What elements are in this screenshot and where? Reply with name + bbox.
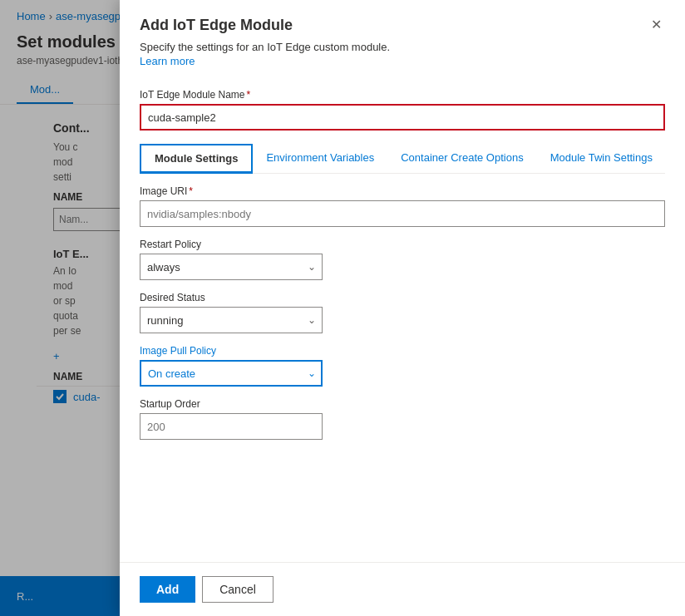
- modal-title: Add IoT Edge Module: [140, 17, 293, 34]
- tab-module-settings[interactable]: Module Settings: [140, 144, 253, 174]
- image-pull-policy-select-wrapper: On create Never ⌄: [140, 360, 323, 387]
- modal-close-button[interactable]: ✕: [648, 17, 665, 33]
- desired-status-label: Desired Status: [140, 292, 665, 303]
- modal-learn-more-link[interactable]: Learn more: [120, 53, 685, 77]
- module-name-input-wrapper: [140, 104, 665, 131]
- image-uri-label: Image URI*: [140, 185, 665, 197]
- restart-policy-select[interactable]: always never on-failed on-unhealthy: [140, 254, 323, 280]
- add-iot-module-modal: Add IoT Edge Module ✕ Specify the settin…: [120, 0, 685, 616]
- modal-header: Add IoT Edge Module ✕: [120, 0, 685, 34]
- modal-body: IoT Edge Module Name* Module Settings En…: [120, 77, 685, 562]
- tab-module-twin[interactable]: Module Twin Settings: [537, 145, 666, 173]
- tab-env-variables[interactable]: Environment Variables: [253, 145, 387, 173]
- settings-tabs: Module Settings Environment Variables Co…: [140, 144, 665, 174]
- image-pull-policy-label: Image Pull Policy: [140, 345, 665, 357]
- modal-footer: Add Cancel: [120, 562, 685, 616]
- startup-order-label: Startup Order: [140, 398, 665, 410]
- tab-container-create[interactable]: Container Create Options: [387, 145, 536, 173]
- restart-policy-label: Restart Policy: [140, 239, 665, 250]
- module-name-input[interactable]: [140, 104, 665, 131]
- add-button[interactable]: Add: [140, 576, 195, 603]
- restart-policy-select-wrapper: always never on-failed on-unhealthy ⌄: [140, 254, 323, 280]
- cancel-button[interactable]: Cancel: [202, 576, 274, 603]
- image-pull-policy-select[interactable]: On create Never: [140, 360, 323, 387]
- module-name-label: IoT Edge Module Name*: [140, 89, 665, 101]
- desired-status-select[interactable]: running stopped: [140, 307, 323, 333]
- startup-order-input[interactable]: [140, 413, 323, 440]
- modal-description: Specify the settings for an IoT Edge cus…: [120, 34, 685, 53]
- image-uri-input[interactable]: [140, 200, 665, 227]
- desired-status-select-wrapper: running stopped ⌄: [140, 307, 323, 333]
